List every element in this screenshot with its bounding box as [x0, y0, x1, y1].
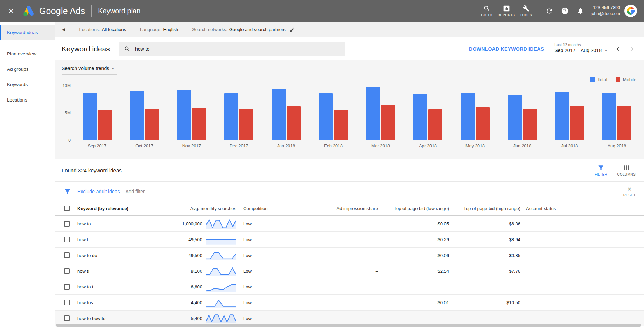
avg-monthly-searches-cell: 4,400 [168, 300, 202, 305]
select-all-checkbox[interactable] [64, 206, 70, 211]
row-checkbox[interactable] [64, 315, 70, 321]
total-bar [413, 94, 427, 140]
notifications-button[interactable] [573, 7, 588, 14]
table-row[interactable]: how tos 4,400 Low – $0.01 $10.50 [55, 295, 644, 311]
row-checkbox[interactable] [64, 284, 70, 290]
row-checkbox[interactable] [64, 252, 70, 258]
mobile-bar [98, 110, 112, 140]
date-range-caption: Last 12 months [554, 43, 607, 47]
competition-cell: Low [236, 269, 271, 274]
row-checkbox[interactable] [64, 268, 70, 274]
header-top-bid-low: Top of page bid (low range) [378, 206, 449, 211]
legend-swatch [590, 77, 595, 82]
refresh-button[interactable] [542, 7, 557, 15]
previous-period-button[interactable] [614, 45, 622, 53]
avg-monthly-searches-cell: 5,400 [168, 316, 202, 321]
setting-networks[interactable]: Search networks: Google and search partn… [192, 27, 295, 32]
trend-sparkline [206, 281, 236, 292]
month-label: Oct 2017 [121, 144, 168, 148]
ad-impression-share-cell: – [271, 300, 378, 305]
reports-button[interactable]: REPORTS [497, 5, 516, 17]
header-avg-monthly-searches: Avg. monthly searches [168, 206, 236, 211]
sidebar-item-ad-groups[interactable]: Ad groups [0, 62, 55, 77]
keyword-cell: how to t [77, 284, 168, 290]
ad-impression-share-cell: – [271, 316, 378, 321]
results-header: Found 324 keyword ideas FILTER COLUMNS [55, 159, 644, 182]
chart-metric-dropdown[interactable]: Search volume trends ▾ [62, 65, 117, 75]
mobile-bar [287, 106, 301, 140]
avg-monthly-searches-cell: 49,500 [168, 253, 202, 258]
filter-button[interactable]: FILTER [595, 164, 607, 176]
table-row[interactable]: how to 1,000,000 Low – $0.05 $6.36 [55, 216, 644, 232]
chevron-right-icon [629, 45, 636, 53]
collapse-panel-icon[interactable]: ◀ [62, 27, 65, 32]
next-period-button[interactable] [629, 45, 636, 53]
bar-group [310, 83, 357, 140]
bar-group [168, 83, 215, 140]
keyword-search-input[interactable]: how to [119, 42, 345, 56]
mobile-bar [145, 109, 159, 140]
chevron-down-icon: ▾ [605, 48, 607, 52]
search-icon [124, 46, 131, 53]
locations-value: All locations [102, 27, 126, 32]
table-row[interactable]: how to do 49,500 Low – $0.06 $0.85 [55, 248, 644, 263]
close-icon[interactable]: ✕ [8, 7, 14, 15]
bar-group [121, 83, 168, 140]
bell-icon [577, 7, 584, 14]
avatar[interactable] [624, 5, 637, 17]
month-label: Jun 2018 [499, 144, 546, 148]
reports-label: REPORTS [498, 13, 515, 17]
reports-icon [503, 5, 510, 12]
account-info[interactable]: 123-456-7890 john@doe.com [591, 5, 620, 17]
divider [539, 4, 539, 18]
reset-label: RESET [623, 193, 636, 197]
tools-label: TOOLS [520, 13, 532, 17]
goto-button[interactable]: GO TO [477, 5, 497, 17]
header-account-status: Account status [520, 206, 644, 211]
reset-button[interactable]: ✕ RESET [623, 186, 636, 197]
columns-button[interactable]: COLUMNS [617, 164, 636, 176]
chart-plot-area [74, 83, 640, 140]
download-keyword-ideas-button[interactable]: DOWNLOAD KEYWORD IDEAS [469, 46, 544, 52]
month-label: May 2018 [451, 144, 499, 148]
avg-monthly-searches-cell: 8,100 [168, 269, 202, 274]
setting-language[interactable]: Language: English [140, 27, 178, 32]
top-bid-high-cell: $8.94 [449, 237, 520, 242]
found-count-text: Found 324 keyword ideas [62, 167, 122, 173]
sidebar-item-keyword-ideas[interactable]: Keyword ideas [0, 25, 55, 40]
date-range-picker[interactable]: Last 12 months Sep 2017 – Aug 2018 ▾ [554, 43, 607, 55]
bar-group [74, 83, 121, 140]
mobile-bar [239, 109, 253, 140]
top-bid-low-cell: – [378, 284, 449, 290]
bar-group [404, 83, 451, 140]
horizontal-scrollbar[interactable] [56, 324, 641, 327]
sidebar-item-keywords[interactable]: Keywords [0, 77, 55, 92]
row-checkbox[interactable] [64, 300, 70, 305]
bar-group [451, 83, 499, 140]
google-g-icon [627, 7, 635, 15]
setting-locations[interactable]: Locations: All locations [79, 27, 126, 32]
sidebar-item-plan-overview[interactable]: Plan overview [0, 47, 55, 61]
total-bar [224, 93, 238, 140]
y-tick: 10M [63, 83, 71, 88]
ad-impression-share-cell: – [271, 253, 378, 258]
chart-title: Search volume trends [62, 65, 109, 71]
legend-label: Total [597, 77, 607, 82]
edit-settings-button[interactable] [290, 27, 295, 32]
bar-group [215, 83, 262, 140]
legend-item-total: Total [590, 77, 607, 82]
sidebar-item-locations[interactable]: Locations [0, 93, 55, 107]
help-button[interactable] [557, 7, 573, 15]
table-row[interactable]: how tl 8,100 Low – $2.54 $7.76 [55, 263, 644, 279]
table-header: Keyword (by relevance) Avg. monthly sear… [55, 201, 644, 216]
table-row[interactable]: how t 49,500 Low – $0.29 $8.94 [55, 232, 644, 248]
add-filter-button[interactable]: Add filter [125, 189, 145, 194]
table-row[interactable]: how to t 6,600 Low – – – [55, 279, 644, 295]
row-checkbox[interactable] [64, 221, 70, 227]
month-label: Apr 2018 [404, 144, 451, 148]
tools-button[interactable]: TOOLS [516, 5, 536, 17]
row-checkbox[interactable] [64, 237, 70, 242]
bar-group [546, 83, 593, 140]
exclude-adult-ideas-filter[interactable]: Exclude adult ideas [77, 189, 120, 194]
bar-group [593, 83, 640, 140]
